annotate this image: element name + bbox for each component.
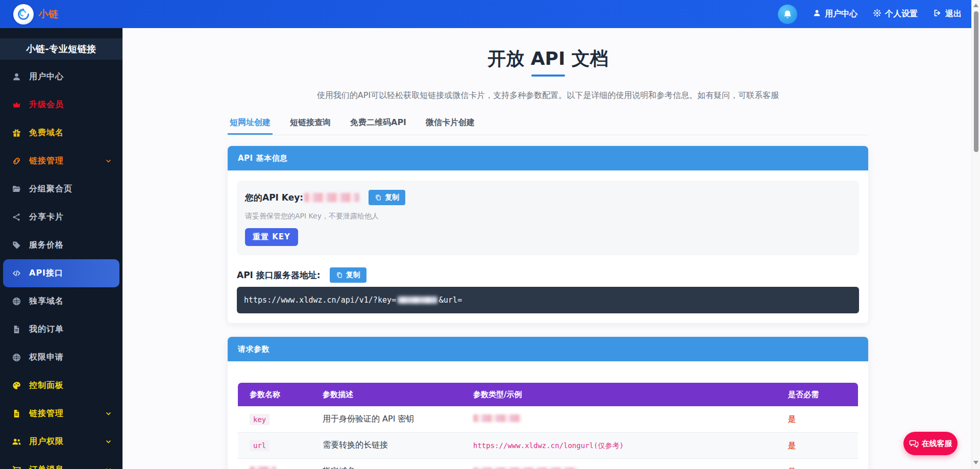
params-table-header: 参数描述 [323,383,473,406]
sidebar-item-label: 权限申请 [29,352,64,363]
sidebar-item-label: 独享域名 [29,296,64,307]
api-key-panel: 您的API Key: 复制 请妥善保管您的API Key，不要泄露给他人 重置 … [237,181,859,255]
file-icon [11,325,21,334]
main-content: 开放 API 文档 使用我们的API可以轻松获取短链接或微信卡片，支持多种参数配… [228,28,868,469]
brand-name: 小链 [38,8,59,21]
app-logo-icon [13,4,34,24]
request-params-card-header: 请求参数 [228,337,868,361]
chevron-down-icon [105,438,112,446]
copy-icon [375,194,382,201]
copy-api-key-button[interactable]: 复制 [369,190,405,205]
param-name: key [250,414,270,425]
users-icon [11,437,21,447]
copy-server-url-button[interactable]: 复制 [330,267,366,283]
navbar-right: 用户中心个人设置退出 [778,5,962,24]
redacted-value [473,414,522,422]
page-subtitle: 使用我们的API可以轻松获取短链接或微信卡片，支持多种参数配置。以下是详细的使用… [228,90,868,100]
request-params-card: 请求参数 参数名称参数描述参数类型/示例是否必需 key用于身份验证的 API … [228,337,868,469]
notifications-button[interactable] [778,5,797,24]
params-table-header: 是否必需 [788,383,858,406]
navbar-item-label: 用户中心 [825,9,857,19]
sidebar-item-label: 我的订单 [29,324,64,335]
sidebar-item-label: 升级会员 [29,100,64,110]
app-screen: 小链 用户中心个人设置退出 小链-专业短链接 用户中心升级会员免费域名链接管理分… [0,0,980,469]
brand[interactable]: 小链 [13,4,59,24]
sidebar-item-label: 用户中心 [29,71,64,82]
param-desc-cell: 需要转换的长链接 [323,432,473,458]
navbar-item-label: 退出 [945,9,962,19]
server-address-label: API 接口服务器地址: [237,269,321,281]
param-name-cell [238,458,323,469]
tab-wechat-card[interactable]: 微信卡片创建 [424,117,477,135]
sidebar-item-label: 用户权限 [29,436,64,447]
server-url-code-block: https://www.xldwz.cn/api/v1/?key=&url= [237,287,859,313]
scrollbar-down-arrow[interactable] [973,461,978,464]
chat-icon [909,439,919,449]
sidebar-item-link-manage[interactable]: 链接管理 [0,147,122,175]
share-icon [11,212,21,222]
reset-key-button[interactable]: 重置 KEY [245,228,298,246]
required-flag: 是 [788,414,796,424]
tab-create-shorturl[interactable]: 短网址创建 [228,117,273,135]
sidebar-item-my-orders[interactable]: 我的订单 [0,315,122,343]
sidebar-item-label: 链接管理 [29,156,64,166]
params-table-header: 参数名称 [238,383,323,406]
link-icon [11,156,21,166]
required-flag: 是 [788,467,796,469]
online-support-button[interactable]: 在线客服 [903,432,958,455]
param-name-cell: url [238,432,323,458]
api-key-redacted-value [304,193,359,202]
sidebar-item-service-price[interactable]: 服务价格 [0,231,122,259]
tag-icon [11,240,21,250]
tab-free-qrcode-api[interactable]: 免费二维码API [348,117,408,135]
params-table-row: url需要转换的长链接https://www.xldwz.cn/longurl(… [238,432,858,458]
params-table-header: 参数类型/示例 [473,383,788,406]
sidebar-item-api[interactable]: API接口 [3,259,119,287]
sidebar-item-upgrade-vip[interactable]: 升级会员 [0,91,122,119]
file-icon [11,409,21,418]
tab-query-shortlink[interactable]: 短链接查询 [288,117,333,135]
chevron-down-icon [105,466,112,469]
code-icon [11,268,21,278]
page-scrollbar [971,0,980,469]
top-navbar: 小链 用户中心个人设置退出 [0,0,980,28]
sidebar-item-control-panel[interactable]: 控制面板 [0,372,122,400]
chevron-down-icon [105,157,112,165]
user-icon [813,9,821,19]
sidebar-item-user-center[interactable]: 用户中心 [0,63,122,91]
sidebar-title: 小链-专业短链接 [0,38,122,60]
sidebar-item-link-manage-2[interactable]: 链接管理 [0,400,122,428]
sidebar-item-free-domain[interactable]: 免费域名 [0,119,122,147]
sidebar-item-label: 订单消息 [29,464,64,469]
navbar-item-settings[interactable]: 个人设置 [873,9,918,19]
doc-tabs: 短网址创建短链接查询免费二维码API微信卡片创建 [228,117,868,135]
folder-icon [11,184,21,194]
sidebar-item-group-pages[interactable]: 分组聚合页 [0,175,122,203]
sidebar-item-label: 服务价格 [29,240,64,251]
sidebar-item-permission-req[interactable]: 权限申请 [0,343,122,372]
redacted-value [250,466,276,469]
scrollbar-up-arrow[interactable] [973,4,978,7]
sidebar-item-order-messages[interactable]: 订单消息 [0,456,122,469]
sidebar: 小链-专业短链接 用户中心升级会员免费域名链接管理分组聚合页分享卡片服务价格AP… [0,28,122,469]
params-table: 参数名称参数描述参数类型/示例是否必需 key用于身份验证的 API 密钥是ur… [238,383,858,469]
param-name-cell: key [238,406,323,432]
navbar-item-user-center[interactable]: 用户中心 [813,9,857,19]
bell-icon [782,9,793,19]
sidebar-item-private-domain[interactable]: 独享域名 [0,287,122,315]
chevron-down-icon [105,410,112,417]
sidebar-menu: 用户中心升级会员免费域名链接管理分组聚合页分享卡片服务价格API接口独享域名我的… [0,63,122,469]
sidebar-item-share-cards[interactable]: 分享卡片 [0,203,122,231]
param-desc-cell: 指定域名 [323,458,473,469]
globe-icon [11,353,21,362]
sidebar-item-label: 控制面板 [29,380,64,391]
sidebar-item-user-perms[interactable]: 用户权限 [0,428,122,456]
param-example-cell: https://www.xldwz.cn/longurl(仅参考) [473,432,788,458]
title-underline [531,75,565,77]
server-key-redacted [398,297,437,304]
globe-icon [11,297,21,306]
navbar-item-logout[interactable]: 退出 [933,9,962,19]
scrollbar-thumb[interactable] [974,11,978,152]
api-key-warning: 请妥善保管您的API Key，不要泄露给他人 [245,212,851,221]
page-title: 开放 API 文档 [228,47,868,70]
